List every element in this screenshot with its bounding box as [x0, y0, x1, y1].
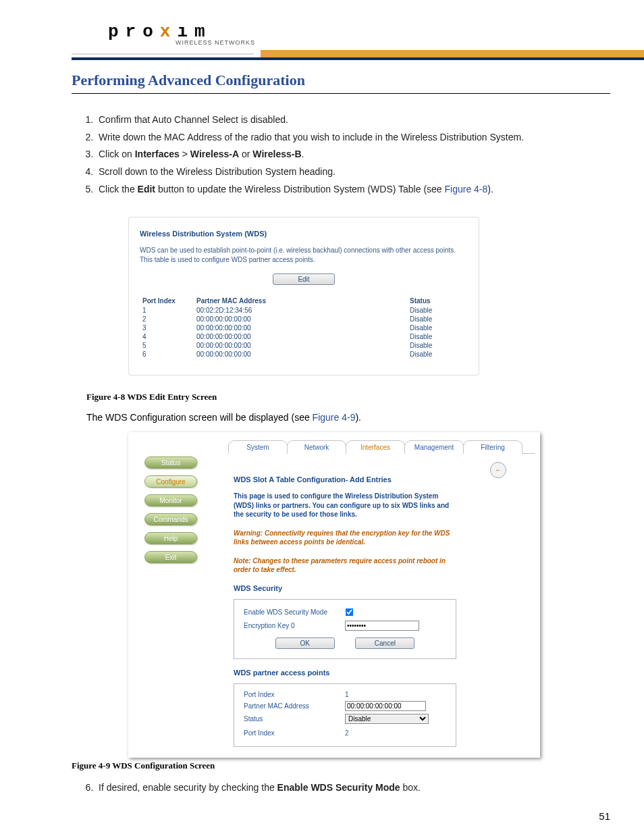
- sidebar-item-status[interactable]: Status: [144, 457, 197, 469]
- cell-port: 2: [140, 315, 194, 323]
- tab-bar: System Network Interfaces Management Fil…: [228, 440, 535, 454]
- partner-ap-box: Port Index1 Partner MAC Address StatusDi…: [234, 683, 456, 747]
- status-label: Status: [244, 715, 345, 723]
- step-3-wireless-a: Wireless-A: [190, 149, 239, 159]
- step-5-post: ).: [487, 184, 493, 194]
- body1-figref[interactable]: Figure 4-9: [313, 412, 356, 423]
- cancel-button[interactable]: Cancel: [355, 637, 414, 649]
- figure-4-8: Wireless Distribution System (WDS) WDS c…: [128, 217, 479, 375]
- step-1: Confirm that Auto Channel Select is disa…: [96, 113, 610, 128]
- sidebar-item-configure[interactable]: Configure: [144, 475, 197, 488]
- tab-system[interactable]: System: [228, 440, 288, 454]
- cell-mac: 00:00:00:00:00:00: [194, 323, 407, 332]
- step-3-pre: Click on: [99, 149, 135, 159]
- step-6-post: box.: [400, 782, 421, 793]
- ok-button[interactable]: OK: [275, 637, 335, 649]
- table-row: 600:00:00:00:00:00Disable: [140, 350, 468, 359]
- step-5-mid: button to update the Wireless Distributi…: [155, 184, 444, 194]
- cell-status: Disable: [407, 315, 468, 323]
- cell-status: Disable: [407, 341, 468, 350]
- table-row: 200:00:00:00:00:00Disable: [140, 315, 468, 323]
- col-status: Status: [407, 296, 468, 306]
- body-paragraph: The WDS Configuration screen will be dis…: [86, 412, 610, 423]
- page-number: 51: [599, 810, 610, 822]
- arrow-left-icon: ←: [495, 466, 502, 473]
- tab-network[interactable]: Network: [287, 440, 346, 454]
- enable-security-label: Enable WDS Security Mode: [244, 608, 345, 616]
- step-5: Click the Edit button to update the Wire…: [96, 182, 610, 197]
- cell-status: Disable: [407, 323, 468, 332]
- partner-ap-heading: WDS partner access points: [234, 669, 532, 677]
- cell-mac: 00:02:2D:12:34:56: [194, 306, 407, 315]
- step-5-figref[interactable]: Figure 4-8: [445, 184, 488, 194]
- cell-port: 6: [140, 350, 194, 359]
- step-3-post: .: [302, 149, 304, 159]
- table-header-row: Port Index Partner MAC Address Status: [140, 296, 468, 306]
- cell-port: 3: [140, 323, 194, 332]
- sidebar: Status Configure Monitor Commands Help E…: [128, 432, 221, 758]
- note-text: Note: Changes to these parameters requir…: [234, 556, 456, 575]
- step-6-pre: If desired, enable security by checking …: [99, 782, 277, 793]
- enable-security-checkbox[interactable]: [346, 608, 354, 617]
- cell-port: 5: [140, 341, 194, 350]
- figure-4-9: System Network Interfaces Management Fil…: [128, 432, 540, 758]
- cell-mac: 00:00:00:00:00:00: [194, 341, 407, 350]
- figure-4-9-caption: Figure 4-9 WDS Configuration Screen: [72, 760, 610, 771]
- encryption-key-label: Encryption Key 0: [244, 622, 345, 629]
- main-heading: WDS Slot A Table Configuration- Add Entr…: [234, 475, 532, 484]
- body1-pre: The WDS Configuration screen will be dis…: [86, 412, 313, 423]
- table-row: 400:00:00:00:00:00Disable: [140, 332, 468, 341]
- sidebar-item-help[interactable]: Help: [144, 532, 197, 544]
- sidebar-item-exit[interactable]: Exit: [144, 551, 197, 563]
- step-6-bold: Enable WDS Security Mode: [277, 782, 400, 793]
- cell-mac: 00:00:00:00:00:00: [194, 332, 407, 341]
- step-6: If desired, enable security by checking …: [96, 781, 610, 796]
- cell-status: Disable: [407, 306, 468, 315]
- body1-post: ).: [355, 412, 361, 423]
- encryption-key-field[interactable]: [345, 621, 419, 631]
- col-mac: Partner MAC Address: [194, 296, 407, 306]
- step-3-or: or: [239, 149, 252, 159]
- step-5-edit: Edit: [138, 184, 155, 194]
- col-port-index: Port Index: [140, 296, 194, 306]
- logo: proxım WIRELESS NETWORKS: [108, 22, 255, 46]
- warning-text: Warning: Connectivity requires that the …: [234, 529, 456, 547]
- cell-port: 1: [140, 306, 194, 315]
- header-band: [72, 50, 644, 58]
- step-4-text: Scroll down to the Wireless Distribution…: [99, 166, 336, 177]
- cell-mac: 00:00:00:00:00:00: [194, 350, 407, 359]
- port-index-value-2: 2: [345, 729, 349, 737]
- cell-port: 4: [140, 332, 194, 341]
- step-2: Write down the MAC Address of the radio …: [96, 130, 610, 145]
- tab-filtering[interactable]: Filtering: [463, 440, 522, 454]
- partner-mac-field[interactable]: [345, 701, 426, 711]
- brand-x-glyph: x: [160, 22, 178, 42]
- wds-description: WDS can be used to establish point-to-po…: [140, 246, 468, 264]
- step-2-text: Write down the MAC Address of the radio …: [99, 132, 524, 142]
- port-index-label-2: Port Index: [244, 729, 345, 737]
- step-5-pre: Click the: [99, 184, 138, 194]
- sidebar-item-monitor[interactable]: Monitor: [144, 494, 197, 506]
- status-select[interactable]: Disable: [345, 714, 429, 724]
- step-1-text: Confirm that Auto Channel Select is disa…: [99, 114, 288, 125]
- edit-button[interactable]: Edit: [273, 273, 335, 285]
- step-3-wireless-b: Wireless-B: [252, 149, 301, 159]
- tab-interfaces[interactable]: Interfaces: [346, 440, 405, 454]
- main-pane: WDS Slot A Table Configuration- Add Entr…: [234, 475, 532, 758]
- tab-management[interactable]: Management: [404, 440, 464, 454]
- table-row: 100:02:2D:12:34:56Disable: [140, 306, 468, 315]
- table-row: 500:00:00:00:00:00Disable: [140, 341, 468, 350]
- figure-4-8-caption: Figure 4-8 WDS Edit Entry Screen: [86, 392, 610, 402]
- sidebar-item-commands[interactable]: Commands: [144, 513, 197, 525]
- cell-mac: 00:00:00:00:00:00: [194, 315, 407, 323]
- security-box: Enable WDS Security Mode Encryption Key …: [234, 599, 456, 659]
- section-title: Performing Advanced Configuration: [72, 72, 610, 94]
- step-3: Click on Interfaces > Wireless-A or Wire…: [96, 147, 610, 162]
- partner-mac-label: Partner MAC Address: [244, 702, 345, 710]
- cell-status: Disable: [407, 332, 468, 341]
- brand-pre: pro: [108, 22, 160, 42]
- port-index-value-1: 1: [345, 691, 349, 698]
- cell-status: Disable: [407, 350, 468, 359]
- intro-text: This page is used to configure the Wirel…: [234, 492, 456, 519]
- wds-security-heading: WDS Security: [234, 584, 532, 592]
